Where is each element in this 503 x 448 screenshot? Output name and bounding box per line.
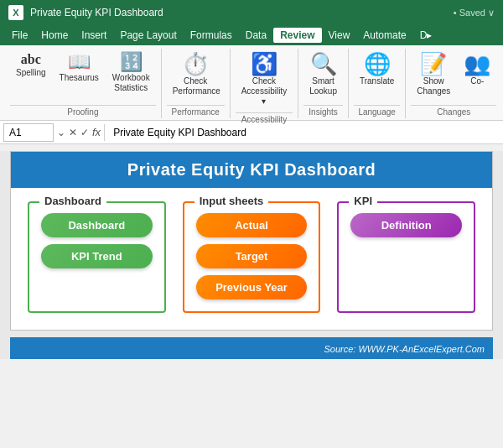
show-changes-button[interactable]: 📝 ShowChanges xyxy=(411,49,456,101)
ribbon-group-proofing: abc Spelling 📖 Thesaurus 🔢 WorkbookStati… xyxy=(5,49,162,118)
dashboard-title: Private Equity KPI Dashboard xyxy=(127,160,376,179)
translate-label: Translate xyxy=(360,76,394,86)
title-bar: X Private Equity KPI Dashboard • Saved ∨ xyxy=(0,0,503,25)
spelling-button[interactable]: abc Spelling xyxy=(10,49,52,82)
ribbon-group-performance: ⏱️ CheckPerformance Performance xyxy=(162,49,231,118)
formula-controls: ⌄ ✕ ✓ fx xyxy=(57,126,101,138)
menu-home[interactable]: Home xyxy=(34,28,75,43)
input-section-label: Input sheets xyxy=(194,195,269,207)
changes-label: Changes xyxy=(411,105,496,118)
kpi-section-label: KPI xyxy=(349,195,377,207)
menu-insert[interactable]: Insert xyxy=(75,28,113,43)
excel-icon: X xyxy=(8,5,23,20)
ribbon-group-insights: 🔍 SmartLookup Insights xyxy=(298,49,349,118)
previous-year-pill-button[interactable]: Previous Year xyxy=(196,275,308,300)
window-title: Private Equity KPI Dashboard xyxy=(30,7,447,18)
dashboard-container: Private Equity KPI Dashboard Dashboard D… xyxy=(10,151,493,331)
cancel-formula-icon[interactable]: ✕ xyxy=(69,127,77,138)
saved-status: • Saved ∨ xyxy=(454,8,495,18)
menu-file[interactable]: File xyxy=(5,28,34,43)
check-accessibility-button[interactable]: ♿ CheckAccessibility ▾ xyxy=(236,49,293,111)
ribbon-group-changes: 📝 ShowChanges 👥 Co- Changes xyxy=(406,49,501,118)
thesaurus-button[interactable]: 📖 Thesaurus xyxy=(54,49,105,87)
insights-label: Insights xyxy=(303,105,343,118)
kpi-trend-pill-button[interactable]: KPI Trend xyxy=(41,244,153,268)
translate-button[interactable]: 🌐 Translate xyxy=(354,49,400,91)
show-changes-icon: 📝 xyxy=(420,53,447,75)
spelling-icon: abc xyxy=(21,53,41,66)
translate-icon: 🌐 xyxy=(364,53,391,75)
expand-icon: ⌄ xyxy=(57,127,65,138)
dashboard-body: Dashboard Dashboard KPI Trend Input shee… xyxy=(11,188,492,330)
fx-label: fx xyxy=(92,126,101,138)
menu-view[interactable]: View xyxy=(322,28,357,43)
check-accessibility-icon: ♿ xyxy=(251,53,277,75)
dashboard-section: Dashboard Dashboard KPI Trend xyxy=(28,201,166,313)
proofing-label: Proofing xyxy=(10,105,156,118)
cell-reference[interactable]: A1 xyxy=(3,123,54,142)
dashboard-pill-button[interactable]: Dashboard xyxy=(41,213,153,237)
show-changes-label: ShowChanges xyxy=(417,76,450,96)
ribbon: abc Spelling 📖 Thesaurus 🔢 WorkbookStati… xyxy=(0,45,503,121)
accessibility-label: Accessibility xyxy=(236,112,293,126)
workbook-stats-label: WorkbookStatistics xyxy=(112,73,150,93)
smart-lookup-icon: 🔍 xyxy=(310,53,337,75)
confirm-formula-icon[interactable]: ✓ xyxy=(80,127,89,138)
menu-formulas[interactable]: Formulas xyxy=(184,28,239,43)
target-pill-button[interactable]: Target xyxy=(196,244,308,268)
co-button[interactable]: 👥 Co- xyxy=(458,49,496,91)
menu-bar: File Home Insert Page Layout Formulas Da… xyxy=(0,25,503,45)
check-performance-button[interactable]: ⏱️ CheckPerformance xyxy=(167,49,225,101)
language-label: Language xyxy=(354,105,400,118)
smart-lookup-button[interactable]: 🔍 SmartLookup xyxy=(303,49,343,101)
menu-automate[interactable]: Automate xyxy=(356,28,412,43)
formula-divider xyxy=(104,124,105,141)
kpi-section: KPI Definition xyxy=(337,201,475,313)
workbook-stats-button[interactable]: 🔢 WorkbookStatistics xyxy=(106,49,156,97)
menu-more[interactable]: D▸ xyxy=(413,28,439,43)
sheet-area: Private Equity KPI Dashboard Dashboard D… xyxy=(0,151,503,359)
menu-page-layout[interactable]: Page Layout xyxy=(113,28,183,43)
smart-lookup-label: SmartLookup xyxy=(309,76,337,96)
input-section: Input sheets Actual Target Previous Year xyxy=(183,201,321,313)
source-bar: Source: WWW.PK-AnExcelExpert.Com xyxy=(10,337,493,359)
source-text: Source: WWW.PK-AnExcelExpert.Com xyxy=(324,344,485,354)
thesaurus-icon: 📖 xyxy=(68,53,91,71)
menu-data[interactable]: Data xyxy=(239,28,273,43)
actual-pill-button[interactable]: Actual xyxy=(196,213,308,237)
menu-review[interactable]: Review xyxy=(273,28,321,43)
check-performance-icon: ⏱️ xyxy=(182,53,209,75)
workbook-stats-icon: 🔢 xyxy=(120,53,143,71)
definition-pill-button[interactable]: Definition xyxy=(350,213,462,237)
dashboard-section-label: Dashboard xyxy=(39,195,106,207)
performance-label: Performance xyxy=(167,105,225,118)
formula-value: Private Equity KPI Dashboard xyxy=(108,127,500,138)
dashboard-header: Private Equity KPI Dashboard xyxy=(11,152,492,188)
thesaurus-label: Thesaurus xyxy=(60,73,99,83)
spelling-label: Spelling xyxy=(16,68,46,78)
check-accessibility-label: CheckAccessibility ▾ xyxy=(241,76,287,107)
check-performance-label: CheckPerformance xyxy=(173,76,219,96)
co-icon: 👥 xyxy=(464,53,490,75)
co-label: Co- xyxy=(470,76,484,86)
ribbon-group-accessibility: ♿ CheckAccessibility ▾ Accessibility xyxy=(231,49,298,118)
ribbon-group-language: 🌐 Translate Language xyxy=(349,49,406,118)
